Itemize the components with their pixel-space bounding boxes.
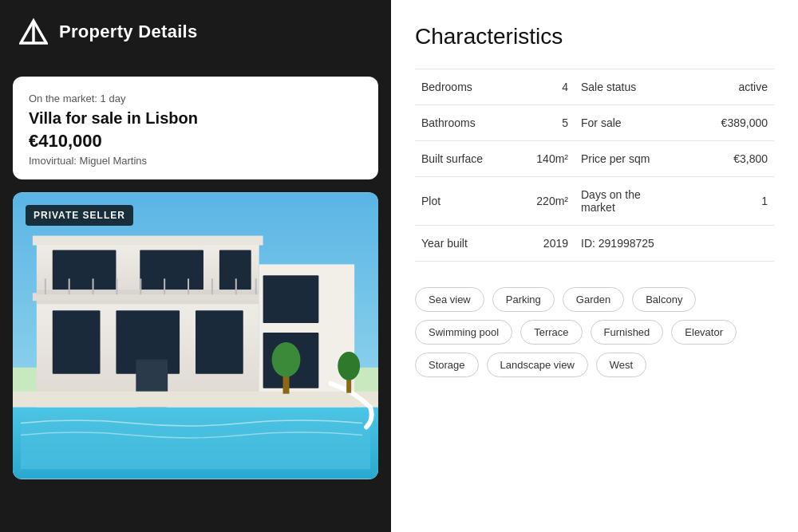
property-title: Villa for sale in Lisbon xyxy=(29,109,362,128)
tag-item[interactable]: Garden xyxy=(563,287,624,312)
tag-item[interactable]: Storage xyxy=(415,353,479,377)
char-label: Year built xyxy=(415,226,511,262)
private-seller-badge: PRIVATE SELLER xyxy=(26,205,133,226)
svg-rect-10 xyxy=(53,310,101,374)
svg-rect-19 xyxy=(93,278,94,294)
tag-item[interactable]: West xyxy=(596,353,646,377)
char-label2: For sale xyxy=(575,105,670,141)
house-illustration xyxy=(13,192,378,479)
property-agent: Imovirtual: Miguel Martins xyxy=(29,155,362,167)
char-value: 4 xyxy=(511,69,575,105)
property-image: PRIVATE SELLER xyxy=(13,192,378,479)
svg-point-36 xyxy=(338,352,360,380)
svg-rect-18 xyxy=(69,278,70,294)
svg-rect-14 xyxy=(140,250,203,290)
header-title: Property Details xyxy=(59,22,198,42)
tag-item[interactable]: Balcony xyxy=(632,287,696,312)
char-label: Bedrooms xyxy=(415,69,511,105)
svg-rect-15 xyxy=(219,250,251,290)
tag-item[interactable]: Furnished xyxy=(591,320,664,345)
svg-rect-28 xyxy=(263,275,319,323)
char-value2: active xyxy=(670,69,774,105)
table-row: Bathrooms5For sale€389,000 xyxy=(415,105,774,141)
property-price: €410,000 xyxy=(29,131,362,152)
char-value2: €3,800 xyxy=(670,141,774,177)
svg-rect-21 xyxy=(140,278,141,294)
app-logo xyxy=(19,18,48,46)
tag-item[interactable]: Terrace xyxy=(520,320,582,345)
char-value2 xyxy=(670,226,774,262)
right-panel: Characteristics Bedrooms4Sale statusacti… xyxy=(391,0,798,532)
tag-item[interactable]: Swimming pool xyxy=(415,320,512,345)
svg-rect-22 xyxy=(164,278,165,294)
svg-rect-32 xyxy=(21,414,370,470)
tag-item[interactable]: Parking xyxy=(492,287,555,312)
characteristics-table: Bedrooms4Sale statusactiveBathrooms5For … xyxy=(415,69,774,262)
char-label: Built surface xyxy=(415,141,511,177)
svg-rect-26 xyxy=(255,278,257,294)
char-value2: 1 xyxy=(670,177,774,226)
svg-rect-12 xyxy=(196,310,243,374)
market-time: On the market: 1 day xyxy=(29,93,362,104)
characteristics-title: Characteristics xyxy=(415,24,774,49)
svg-rect-24 xyxy=(211,278,213,294)
char-value: 220m² xyxy=(511,177,575,226)
char-value: 5 xyxy=(511,105,575,141)
app-header: Property Details xyxy=(0,0,391,64)
tag-item[interactable]: Sea view xyxy=(415,287,484,312)
char-label: Plot xyxy=(415,177,511,226)
svg-rect-20 xyxy=(116,278,117,294)
char-label2: Sale status xyxy=(575,69,670,105)
char-value: 140m² xyxy=(511,141,575,177)
svg-rect-25 xyxy=(235,278,237,294)
table-row: Plot220m²Days on the market1 xyxy=(415,177,774,226)
svg-rect-31 xyxy=(13,392,378,408)
left-panel: Property Details On the market: 1 day Vi… xyxy=(0,0,391,532)
svg-rect-8 xyxy=(33,236,263,246)
table-row: Year built2019ID: 291998725 xyxy=(415,226,774,262)
tag-item[interactable]: Landscape view xyxy=(487,353,588,377)
char-label: Bathrooms xyxy=(415,105,511,141)
tags-section: Sea viewParkingGardenBalconySwimming poo… xyxy=(415,287,774,377)
char-label2: Days on the market xyxy=(575,177,670,226)
svg-rect-17 xyxy=(45,278,46,294)
table-row: Built surface140m²Price per sqm€3,800 xyxy=(415,141,774,177)
table-row: Bedrooms4Sale statusactive xyxy=(415,69,774,105)
char-value2: €389,000 xyxy=(670,105,774,141)
tag-item[interactable]: Elevator xyxy=(671,320,737,345)
char-label2: Price per sqm xyxy=(575,141,670,177)
svg-rect-23 xyxy=(188,278,189,294)
svg-point-34 xyxy=(272,342,301,377)
char-value: 2019 xyxy=(511,226,575,262)
property-info-card: On the market: 1 day Villa for sale in L… xyxy=(13,77,378,179)
svg-rect-13 xyxy=(53,250,117,290)
char-label2: ID: 291998725 xyxy=(575,226,670,262)
